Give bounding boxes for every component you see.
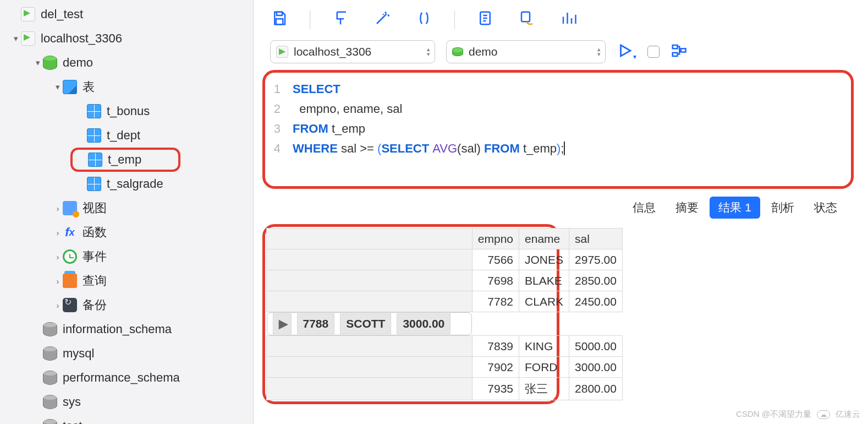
stop-checkbox[interactable] <box>647 46 660 58</box>
cell-empno[interactable]: 7902 <box>472 357 519 378</box>
database-selector[interactable]: demo ▴▾ <box>446 40 606 63</box>
export-icon[interactable] <box>519 10 535 29</box>
tree-item-functions[interactable]: › fx 函数 <box>0 220 253 244</box>
chevron-down-icon: ▾ <box>33 58 43 68</box>
explain-icon[interactable] <box>671 42 687 62</box>
label: localhost_3306 <box>294 45 371 58</box>
format-icon[interactable] <box>332 10 349 29</box>
svg-rect-4 <box>673 45 678 48</box>
cell-sal[interactable]: 2450.00 <box>569 291 623 312</box>
table-icon <box>87 128 101 143</box>
database-icon <box>43 56 57 70</box>
col-empno[interactable]: empno <box>472 229 519 249</box>
cell-empno[interactable]: 7698 <box>472 270 519 291</box>
function-icon: fx <box>63 225 77 240</box>
table-row[interactable]: 7782CLARK2450.00 <box>267 291 623 312</box>
row-marker: ▶ <box>273 313 292 334</box>
tree-item-queries[interactable]: › 查询 <box>0 269 253 293</box>
table-row[interactable]: 7902FORD3000.00 <box>267 357 623 378</box>
row-marker <box>267 336 473 357</box>
cell-empno[interactable]: 7839 <box>472 336 519 357</box>
tree-item-test[interactable]: test <box>0 414 253 424</box>
cell-sal[interactable]: 2850.00 <box>569 270 623 291</box>
tree-item-t_bonus[interactable]: t_bonus <box>0 99 253 123</box>
tab-status[interactable]: 状态 <box>805 197 846 219</box>
cell-ename[interactable]: FORD <box>519 357 569 378</box>
sql-editor[interactable]: 1SELECT 2 empno, ename, sal 3FROM t_emp … <box>262 70 854 189</box>
cell-empno[interactable]: 7566 <box>472 249 519 270</box>
cell-sal[interactable]: 2800.00 <box>569 378 623 400</box>
stepper-icon: ▴▾ <box>597 47 601 57</box>
svg-rect-5 <box>673 52 678 56</box>
result-tabs: 信息 摘要 结果 1 剖析 状态 <box>254 189 868 224</box>
backup-icon <box>63 298 77 312</box>
tree-item-connection[interactable]: ▾ localhost_3306 <box>0 26 253 51</box>
database-icon <box>43 371 57 385</box>
save-icon[interactable] <box>271 10 288 29</box>
tree-item-events[interactable]: › 事件 <box>0 244 253 269</box>
tree-item-t_dept[interactable]: t_dept <box>0 123 253 148</box>
sidebar: del_test ▾ localhost_3306 ▾ demo ▾ 表 t_b… <box>0 0 253 424</box>
copy-icon[interactable] <box>477 10 493 29</box>
label: sys <box>63 395 81 409</box>
tree-item-sys[interactable]: sys <box>0 390 253 414</box>
tree-item-information_schema[interactable]: information_schema <box>0 317 253 341</box>
main-panel: localhost_3306 ▴▾ demo ▴▾ ▾ 1SELECT 2 em… <box>253 0 868 424</box>
col-ename[interactable]: ename <box>519 229 569 249</box>
tree-item-tables[interactable]: ▾ 表 <box>0 75 253 99</box>
tab-info[interactable]: 信息 <box>624 197 664 219</box>
table-row[interactable]: ▶7788SCOTT3000.00 <box>267 312 473 335</box>
tree-item-backups[interactable]: › 备份 <box>0 293 253 317</box>
label: 视图 <box>83 200 107 216</box>
cell-empno[interactable]: 7788 <box>297 313 335 334</box>
table-row[interactable]: 7566JONES2975.00 <box>267 249 623 270</box>
tab-result[interactable]: 结果 1 <box>710 197 760 219</box>
cell-sal[interactable]: 3000.00 <box>397 313 451 334</box>
toolbar <box>254 0 868 40</box>
table-row[interactable]: 7698BLAKE2850.00 <box>267 270 623 291</box>
database-icon <box>43 419 57 424</box>
svg-rect-1 <box>276 19 283 24</box>
cell-sal[interactable]: 2975.00 <box>569 249 623 270</box>
context-selectors: localhost_3306 ▴▾ demo ▴▾ ▾ <box>254 40 868 67</box>
cell-empno[interactable]: 7782 <box>472 291 519 312</box>
label: t_bonus <box>107 104 150 118</box>
cell-ename[interactable]: JONES <box>519 249 569 270</box>
tree-item-t_salgrade[interactable]: t_salgrade <box>0 172 253 196</box>
tree-item-database[interactable]: ▾ demo <box>0 51 253 75</box>
table-row[interactable]: 7839KING5000.00 <box>267 336 623 357</box>
chevron-right-icon: › <box>53 204 63 213</box>
tab-profile[interactable]: 剖析 <box>762 197 803 219</box>
tab-summary[interactable]: 摘要 <box>667 197 707 219</box>
chevron-down-icon: ▾ <box>53 82 63 92</box>
tree-item-views[interactable]: › 视图 <box>0 196 253 220</box>
connection-selector[interactable]: localhost_3306 ▴▾ <box>270 40 435 63</box>
cell-ename[interactable]: BLAKE <box>519 270 569 291</box>
chevron-right-icon: › <box>53 252 63 262</box>
tree-item-del-test[interactable]: del_test <box>0 2 253 26</box>
label: mysql <box>63 346 94 361</box>
cell-ename[interactable]: 张三 <box>519 378 569 400</box>
magic-icon[interactable] <box>374 10 391 29</box>
chart-icon[interactable] <box>561 10 577 29</box>
tree-item-mysql[interactable]: mysql <box>0 341 253 366</box>
cell-ename[interactable]: SCOTT <box>340 313 391 334</box>
chevron-right-icon: › <box>53 276 63 286</box>
cell-empno[interactable]: 7935 <box>472 378 519 400</box>
tree-item-performance_schema[interactable]: performance_schema <box>0 366 253 390</box>
run-button[interactable]: ▾ <box>617 42 636 62</box>
label: 查询 <box>83 273 107 289</box>
row-marker <box>267 270 473 291</box>
separator <box>454 10 455 29</box>
label: information_schema <box>63 322 172 336</box>
cell-sal[interactable]: 5000.00 <box>569 336 623 357</box>
table-icon <box>87 177 101 191</box>
cell-sal[interactable]: 3000.00 <box>569 357 623 378</box>
col-sal[interactable]: sal <box>569 229 623 249</box>
parentheses-icon[interactable] <box>416 10 432 29</box>
tree-item-t_emp[interactable]: t_emp <box>70 148 180 172</box>
table-icon <box>88 153 102 167</box>
cell-ename[interactable]: KING <box>519 336 569 357</box>
cell-ename[interactable]: CLARK <box>519 291 569 312</box>
table-row[interactable]: 7935张三2800.00 <box>267 378 623 400</box>
